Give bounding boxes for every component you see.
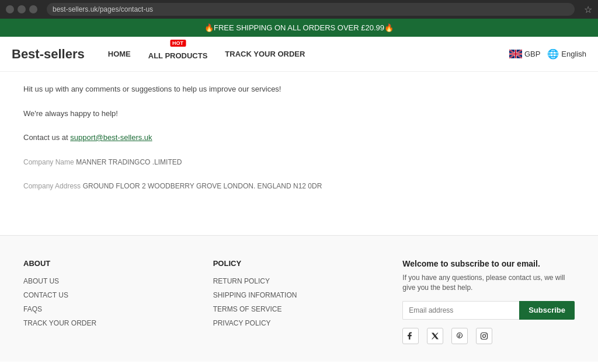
browser-chrome: best-sellers.uk/pages/contact-us ☆ [0, 0, 598, 19]
email-desc: If you have any questions, please contac… [402, 273, 575, 293]
url-text: best-sellers.uk/pages/contact-us [53, 5, 153, 13]
logo[interactable]: Best-sellers [12, 47, 85, 62]
contact-line: Contact us at support@best-sellers.uk [23, 132, 575, 144]
browser-back[interactable] [6, 5, 14, 13]
footer-return-policy[interactable]: RETURN POLICY [213, 277, 385, 285]
footer-faqs[interactable]: FAQS [23, 305, 196, 313]
x-twitter-icon[interactable] [427, 328, 443, 344]
nav-track-order[interactable]: TRACK YOUR ORDER [225, 50, 305, 58]
language-selector[interactable]: 🌐 English [547, 48, 586, 60]
social-icons [402, 328, 575, 344]
pinterest-icon[interactable] [451, 328, 468, 344]
currency-label: GBP [524, 50, 540, 58]
browser-controls [6, 5, 37, 13]
footer-track-order[interactable]: TRACK YOUR ORDER [23, 319, 196, 327]
subscribe-button[interactable]: Subscribe [519, 301, 575, 320]
top-banner: 🔥FREE SHIPPING ON ALL ORDERS OVER £20.99… [0, 19, 598, 37]
footer-contact-us[interactable]: CONTACT US [23, 291, 196, 299]
uk-flag-icon [509, 50, 522, 58]
company-name-line: Company Name MANNER TRADINGCO .LIMITED [23, 156, 575, 168]
svg-point-5 [486, 334, 486, 334]
contact-email[interactable]: support@best-sellers.uk [70, 133, 152, 142]
header: Best-sellers HOME HOT ALL PRODUCTS TRACK… [0, 37, 598, 72]
svg-rect-3 [481, 332, 488, 339]
main-nav: HOME HOT ALL PRODUCTS TRACK YOUR ORDER [108, 48, 509, 60]
footer: ABOUT ABOUT US CONTACT US FAQS TRACK YOU… [0, 235, 598, 362]
footer-email-col: Welcome to subscribe to our email. If yo… [402, 259, 575, 344]
footer-about-us[interactable]: ABOUT US [23, 277, 196, 285]
facebook-icon[interactable] [402, 328, 419, 344]
browser-forward[interactable] [18, 5, 26, 13]
header-right: GBP 🌐 English [509, 48, 586, 60]
browser-refresh[interactable] [29, 5, 37, 13]
company-name-value: MANNER TRADINGCO .LIMITED [76, 158, 182, 166]
banner-text: 🔥FREE SHIPPING ON ALL ORDERS OVER £20.99… [204, 23, 394, 32]
footer-privacy[interactable]: PRIVACY POLICY [213, 319, 385, 327]
footer-terms[interactable]: TERMS OF SERVICE [213, 305, 385, 313]
svg-point-4 [483, 334, 486, 337]
about-heading: ABOUT [23, 259, 196, 268]
happy-to-help-text: We're always happy to help! [23, 108, 575, 120]
nav-all-products[interactable]: HOT ALL PRODUCTS [148, 48, 208, 60]
company-address-value: GROUND FLOOR 2 WOODBERRY GROVE LONDON. E… [83, 182, 322, 190]
footer-shipping-info[interactable]: SHIPPING INFORMATION [213, 291, 385, 299]
svg-point-1 [457, 332, 463, 338]
instagram-icon[interactable] [476, 328, 492, 344]
currency-selector[interactable]: GBP [509, 50, 540, 58]
company-name-label: Company Name [23, 158, 74, 166]
footer-about-col: ABOUT ABOUT US CONTACT US FAQS TRACK YOU… [23, 259, 196, 344]
address-bar[interactable]: best-sellers.uk/pages/contact-us [47, 3, 575, 16]
company-address-label: Company Address [23, 182, 81, 190]
language-label: English [561, 50, 586, 58]
main-content: Hit us up with any comments or suggestio… [0, 72, 598, 235]
bookmark-icon[interactable]: ☆ [584, 4, 592, 15]
email-input[interactable] [402, 301, 519, 320]
nav-home[interactable]: HOME [108, 50, 131, 58]
globe-icon: 🌐 [547, 48, 559, 60]
footer-policy-col: POLICY RETURN POLICY SHIPPING INFORMATIO… [213, 259, 385, 344]
email-heading: Welcome to subscribe to our email. [402, 259, 575, 268]
email-form: Subscribe [402, 301, 575, 320]
company-address-line: Company Address GROUND FLOOR 2 WOODBERRY… [23, 180, 575, 192]
svg-line-2 [459, 336, 460, 338]
hot-badge: HOT [170, 40, 186, 47]
intro-text: Hit us up with any comments or suggestio… [23, 83, 575, 95]
policy-heading: POLICY [213, 259, 385, 268]
contact-prefix: Contact us at [23, 133, 70, 142]
